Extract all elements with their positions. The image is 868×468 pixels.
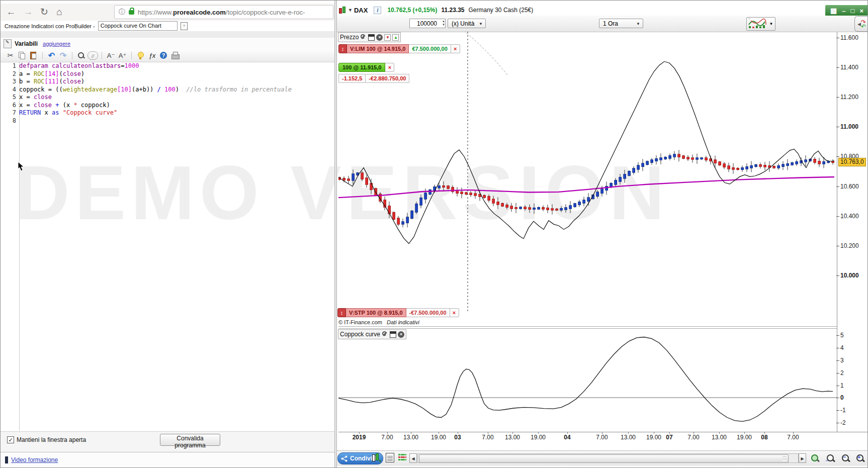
fx-icon[interactable] [147,50,157,61]
home-icon[interactable]: ⌂ [53,6,66,19]
minimize-button[interactable]: – [842,7,845,15]
vlim-cancel-icon[interactable]: × [451,44,460,53]
code-line[interactable]: 3b = ROC[11](close) [1,78,334,86]
scrollbar-thumb[interactable] [419,454,789,463]
undo-icon[interactable] [46,50,57,61]
add-variable-link[interactable]: aggiungere [43,41,70,47]
entry-position-label[interactable]: 100 @ 11.915,0 [338,63,385,72]
reload-icon[interactable]: ↻ [38,6,51,19]
news-icon[interactable] [386,453,394,462]
scroll-right-button[interactable]: ▶ [799,453,806,463]
close-panel-icon[interactable] [398,331,404,338]
fminus-icon[interactable] [106,50,116,61]
paste-icon[interactable] [28,50,39,61]
code-token: ( [59,78,63,86]
copyright-line: © IT-Finance.com Dati indicativi [338,319,419,325]
instrument-name: Germany 30 Cash (25€) [469,7,534,14]
price-alert-icon[interactable]: ▼ [371,453,381,463]
forward-icon[interactable]: → [22,6,35,19]
orderbook-icon[interactable] [398,453,408,463]
vstp-order-value: -€7.500.000,00 [406,308,450,317]
chart-settings-icon[interactable] [810,453,820,463]
code-line[interactable]: 4coppock = ((weightedaverage[10](a+b)) /… [1,86,334,94]
vstp-order-label[interactable]: V:STP 100 @ 8.915,0 [346,308,406,317]
info-icon[interactable]: i [374,7,381,14]
copy-icon[interactable] [17,50,27,61]
coppock-axis-label: 1 [840,382,867,389]
timeframe-select[interactable]: 1 Ora▼ [599,19,643,28]
time-axis-label: 08 [761,434,767,441]
hint-icon[interactable] [135,50,146,61]
close-panel-icon[interactable] [376,34,383,41]
code-token: + [55,102,59,110]
code-line[interactable]: 2a = ROC[14](close) [1,70,334,78]
help-icon[interactable] [158,50,169,61]
collapse-panel-handle[interactable]: ◀↷↶ [854,16,868,32]
entry-position-row: 100 @ 11.915,0 × [338,63,394,72]
wrench-icon[interactable] [360,34,367,41]
keep-open-checkbox[interactable]: ✓ [7,436,14,443]
quantity-input[interactable]: 100000 [409,19,446,28]
price-axis-label: 10.400 [840,213,867,220]
time-axis-tick [693,432,694,434]
redo-icon[interactable] [58,50,68,61]
code-line[interactable]: 7RETURN x as "Coppock curve" [1,109,334,117]
quantity-stepper[interactable]: ▲▼ [442,20,867,27]
cut-icon[interactable] [5,50,16,61]
price-axis-label: 10.600 [840,183,867,190]
keyboard-icon[interactable]: ▦ [830,7,837,15]
instrument-symbol[interactable]: DAX [354,7,368,14]
url-bar[interactable]: ⓘ https://www.prorealcode.com/topic/copp… [114,5,333,19]
buy-arrow-icon[interactable] [392,34,399,41]
print-icon[interactable] [170,50,181,61]
price-panel-label: Prezzo [340,34,359,41]
entry-close-icon[interactable]: × [385,63,394,72]
code-editor[interactable]: 1defparam calculateonlastbars=10002a = R… [1,62,334,431]
instrument-dropdown-icon[interactable]: ▼ [348,8,353,13]
back-icon[interactable]: ← [5,6,18,19]
unit-select[interactable]: (x) Unità▼ [448,19,486,28]
toolbar-separator [42,52,43,59]
chart-type-button[interactable] [746,17,768,31]
zoom-out-icon[interactable]: − [841,453,851,463]
sell-arrow-icon[interactable] [384,34,391,41]
chart-scrollbar[interactable] [417,453,799,463]
code-line[interactable]: 8 [1,117,334,125]
comment-icon[interactable] [88,51,98,60]
vlim-order-label[interactable]: V:LIM 100 @ 14.915,0 [347,44,409,53]
chart-type-dropdown-icon[interactable]: ▼ [767,17,775,31]
code-line[interactable]: 5x = close [1,93,334,102]
vstp-cancel-icon[interactable]: × [450,308,459,317]
scroll-left-button[interactable]: ◀ [409,453,417,463]
code-line[interactable]: 1defparam calculateonlastbars=1000 [1,62,334,70]
time-axis-tick [669,432,670,434]
indicator-name-input[interactable]: Coppock curve On Chart [98,21,178,31]
code-token: RETURN [19,109,41,117]
validate-program-button[interactable]: Convalida programma [160,434,220,446]
close-button[interactable]: × [859,7,863,15]
panel-divider[interactable] [334,1,337,468]
search-icon[interactable] [76,50,86,61]
window-icon[interactable] [390,331,396,338]
rename-help-icon[interactable]: ? [181,22,188,30]
screenshot-root: DEMO VERSION ← → ↻ ⌂ ⓘ https://www.prore… [0,0,868,468]
code-token: weightedaverage [63,86,117,94]
price-plot[interactable] [338,32,837,326]
coppock-plot[interactable] [338,328,837,432]
order-drag-icon[interactable]: ↕ [337,308,346,317]
vlim-order-value: €7.500.000,00 [409,44,451,53]
code-line[interactable]: 6x = close + (x * coppock) [1,102,334,110]
order-drag-icon[interactable]: ↕ [338,44,347,53]
time-axis-label: 7.00 [482,434,493,441]
page-info-icon[interactable]: ⓘ [119,8,125,17]
maximize-button[interactable]: □ [851,7,855,15]
zoom-in-icon[interactable]: + [855,453,865,463]
window-icon[interactable] [368,34,375,41]
zoom-select-icon[interactable]: ↔ [826,453,836,463]
video-training-link[interactable]: Video formazione [11,456,58,463]
code-token: close [34,93,52,102]
wrench-icon[interactable] [382,331,388,338]
time-axis-label: 13.00 [403,434,418,441]
fplus-icon[interactable] [117,50,128,61]
scrollbar-grip[interactable] [783,456,787,461]
